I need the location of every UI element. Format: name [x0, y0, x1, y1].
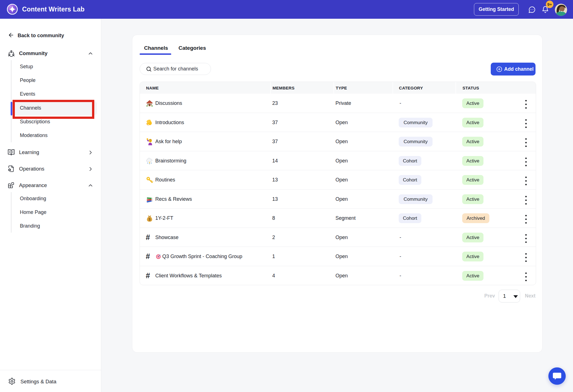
svg-text:$: $ [149, 218, 151, 221]
